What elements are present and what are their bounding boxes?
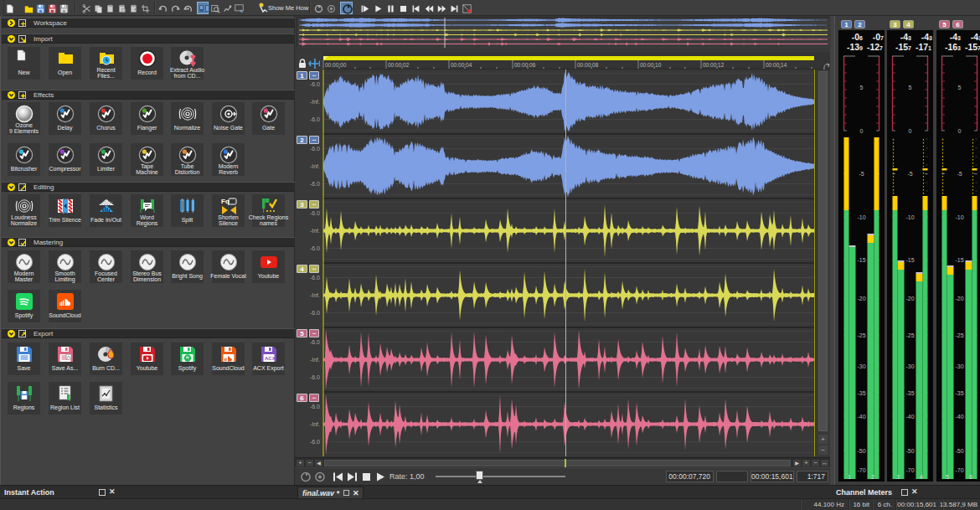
svg-text:-35: -35 bbox=[955, 390, 963, 396]
svg-text:5: 5 bbox=[860, 85, 864, 90]
svg-text:-40: -40 bbox=[955, 414, 963, 420]
svg-text:-5: -5 bbox=[907, 171, 912, 177]
svg-text:-20: -20 bbox=[857, 296, 865, 301]
svg-text:-40: -40 bbox=[905, 414, 914, 420]
svg-text:00:00:00: 00:00:00 bbox=[325, 62, 347, 68]
svg-text:-15: -15 bbox=[857, 257, 865, 263]
svg-text:-25: -25 bbox=[857, 332, 865, 338]
svg-text:00:00:10: 00:00:10 bbox=[640, 62, 662, 68]
svg-text:-10: -10 bbox=[857, 214, 865, 220]
svg-text:-30: -30 bbox=[857, 363, 865, 369]
svg-text:-30: -30 bbox=[905, 363, 914, 369]
svg-text:3: 3 bbox=[896, 474, 900, 480]
svg-text:-15: -15 bbox=[955, 257, 963, 263]
svg-text:-5: -5 bbox=[859, 171, 864, 177]
svg-text:-5: -5 bbox=[957, 171, 962, 177]
svg-text:00:00:14: 00:00:14 bbox=[766, 62, 787, 68]
svg-text:-20: -20 bbox=[955, 296, 963, 301]
svg-text:-35: -35 bbox=[905, 390, 914, 396]
svg-text:-70: -70 bbox=[857, 467, 865, 473]
svg-text:-20: -20 bbox=[905, 296, 914, 301]
svg-text:0: 0 bbox=[860, 128, 864, 134]
svg-text:5: 5 bbox=[909, 85, 912, 90]
svg-text:-50: -50 bbox=[905, 448, 914, 454]
svg-text:5: 5 bbox=[958, 85, 962, 90]
svg-text:-15: -15 bbox=[905, 257, 914, 263]
svg-text:4: 4 bbox=[920, 474, 923, 480]
svg-text:Fq: Fq bbox=[221, 198, 230, 205]
svg-text:0: 0 bbox=[958, 128, 962, 134]
svg-text:5: 5 bbox=[946, 474, 949, 480]
svg-text:2: 2 bbox=[871, 474, 874, 480]
svg-text:00:00:08: 00:00:08 bbox=[577, 62, 599, 68]
svg-text:1: 1 bbox=[848, 474, 851, 480]
svg-text:-70: -70 bbox=[955, 467, 963, 473]
svg-text:-10: -10 bbox=[955, 214, 963, 220]
svg-text:-35: -35 bbox=[857, 390, 865, 396]
svg-text:00:00:02: 00:00:02 bbox=[388, 62, 410, 68]
svg-text:-10: -10 bbox=[905, 214, 914, 220]
svg-text:00:00:12: 00:00:12 bbox=[703, 62, 725, 68]
svg-text:-50: -50 bbox=[955, 448, 963, 454]
svg-text:-40: -40 bbox=[857, 414, 865, 420]
svg-text:-70: -70 bbox=[905, 467, 914, 473]
svg-text:0: 0 bbox=[909, 128, 912, 134]
svg-text:-30: -30 bbox=[955, 363, 963, 369]
svg-text:00:00:04: 00:00:04 bbox=[451, 62, 472, 68]
svg-text:-25: -25 bbox=[905, 332, 914, 338]
svg-text:ACX: ACX bbox=[265, 356, 276, 361]
svg-text:00:00:06: 00:00:06 bbox=[514, 62, 536, 68]
svg-text:6: 6 bbox=[969, 474, 972, 480]
svg-text:-25: -25 bbox=[955, 332, 963, 338]
svg-text:-50: -50 bbox=[857, 448, 865, 454]
